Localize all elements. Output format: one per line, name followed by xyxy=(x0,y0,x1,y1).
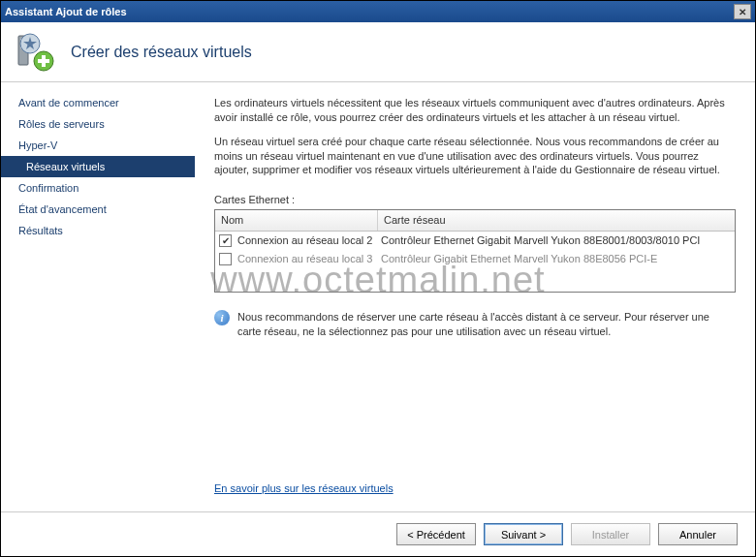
nic-name: Connexion au réseau local 2 xyxy=(237,233,381,248)
description-paragraph-2: Un réseau virtuel sera créé pour chaque … xyxy=(214,135,736,178)
description-paragraph-1: Les ordinateurs virtuels nécessitent que… xyxy=(214,96,736,125)
wizard-steps-sidebar: Avant de commencer Rôles de serveurs Hyp… xyxy=(1,82,195,511)
close-button[interactable]: ✕ xyxy=(734,4,751,19)
wizard-header: Créer des réseaux virtuels xyxy=(1,22,755,82)
nic-name: Connexion au réseau local 3 xyxy=(237,252,381,266)
info-note: i Nous recommandons de réserver une cart… xyxy=(214,310,736,339)
info-icon: i xyxy=(214,310,230,325)
nic-card: Contrôleur Gigabit Ethernet Marvell Yuko… xyxy=(381,252,731,266)
sidebar-item-progress[interactable]: État d'avancement xyxy=(1,199,195,220)
svg-rect-7 xyxy=(38,59,49,63)
table-row[interactable]: ✔ Connexion au réseau local 2 Contrôleur… xyxy=(215,232,735,250)
sidebar-item-server-roles[interactable]: Rôles de serveurs xyxy=(1,113,195,135)
sidebar-item-hyperv[interactable]: Hyper-V xyxy=(1,135,195,156)
page-title: Créer des réseaux virtuels xyxy=(71,44,252,61)
wizard-body: Avant de commencer Rôles de serveurs Hyp… xyxy=(1,82,755,511)
nic-card: Contrôleur Ethernet Gigabit Marvell Yuko… xyxy=(381,233,731,248)
info-text: Nous recommandons de réserver une carte … xyxy=(237,310,736,339)
checkbox-nic-1[interactable]: ✔ xyxy=(219,234,232,247)
next-button[interactable]: Suivant > xyxy=(484,523,563,545)
checkbox-nic-2[interactable] xyxy=(219,253,232,265)
cancel-button[interactable]: Annuler xyxy=(658,523,738,545)
ethernet-cards-label: Cartes Ethernet : xyxy=(214,193,736,207)
sidebar-item-confirmation[interactable]: Confirmation xyxy=(1,177,195,199)
window-title: Assistant Ajout de rôles xyxy=(5,6,734,17)
checkmark-icon: ✔ xyxy=(222,234,230,248)
install-button: Installer xyxy=(571,523,650,545)
sidebar-item-before-you-begin[interactable]: Avant de commencer xyxy=(1,92,195,113)
table-row[interactable]: Connexion au réseau local 3 Contrôleur G… xyxy=(215,250,735,268)
sidebar-item-virtual-networks[interactable]: Réseaux virtuels xyxy=(1,156,195,177)
table-header-row: Nom Carte réseau xyxy=(215,210,735,232)
sidebar-item-results[interactable]: Résultats xyxy=(1,220,195,241)
ethernet-cards-table: Nom Carte réseau ✔ Connexion au réseau l… xyxy=(214,209,736,293)
server-role-icon xyxy=(15,32,55,73)
titlebar[interactable]: Assistant Ajout de rôles ✕ xyxy=(1,1,755,22)
column-header-name[interactable]: Nom xyxy=(215,210,378,231)
column-header-card[interactable]: Carte réseau xyxy=(378,210,735,231)
previous-button[interactable]: < Précédent xyxy=(396,523,476,545)
wizard-window: Assistant Ajout de rôles ✕ Créer des rés… xyxy=(0,0,756,557)
learn-more-link[interactable]: En savoir plus sur les réseaux virtuels xyxy=(214,481,736,496)
close-icon: ✕ xyxy=(739,7,746,17)
wizard-content: Les ordinateurs virtuels nécessitent que… xyxy=(195,82,755,511)
wizard-footer: < Précédent Suivant > Installer Annuler xyxy=(1,511,755,556)
